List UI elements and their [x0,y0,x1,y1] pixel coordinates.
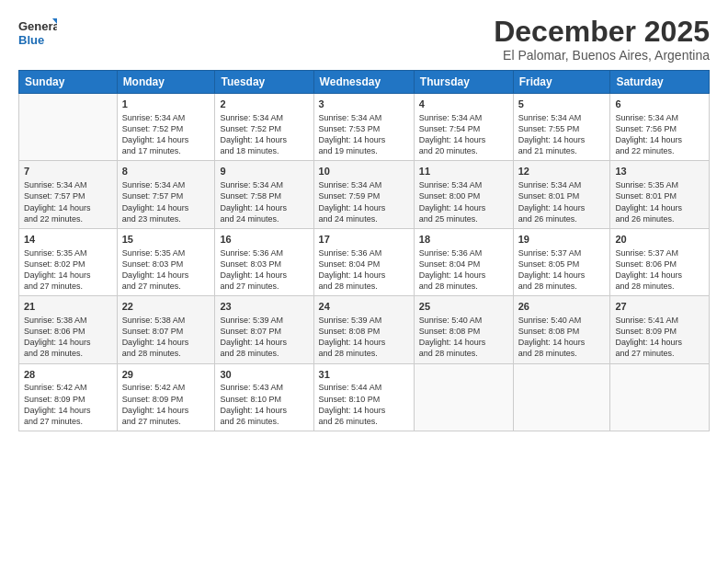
day-info: and 26 minutes. [220,416,308,427]
calendar-cell: 29Sunrise: 5:42 AMSunset: 8:09 PMDayligh… [117,363,215,431]
day-number: 8 [122,165,210,178]
day-info: Daylight: 14 hours [122,337,210,348]
day-info: Daylight: 14 hours [419,202,508,213]
day-info: Sunset: 8:04 PM [419,259,508,270]
day-info: Daylight: 14 hours [518,134,606,145]
weekday-header-saturday: Saturday [610,71,710,94]
calendar-cell: 14Sunrise: 5:35 AMSunset: 8:02 PMDayligh… [19,228,118,295]
day-info: Daylight: 14 hours [220,270,308,281]
day-info: Daylight: 14 hours [419,337,508,348]
day-info: Daylight: 14 hours [24,270,112,281]
weekday-header-tuesday: Tuesday [215,71,313,94]
day-info: Sunset: 7:52 PM [220,123,308,134]
day-info: Sunrise: 5:34 AM [319,112,409,123]
calendar-cell: 25Sunrise: 5:40 AMSunset: 8:08 PMDayligh… [414,296,513,363]
calendar-cell: 10Sunrise: 5:34 AMSunset: 7:59 PMDayligh… [313,161,414,228]
calendar-cell: 13Sunrise: 5:35 AMSunset: 8:01 PMDayligh… [610,161,710,228]
day-info: Daylight: 14 hours [319,405,409,416]
day-info: Sunrise: 5:35 AM [615,179,704,190]
day-info: Sunrise: 5:34 AM [615,112,704,123]
svg-text:General: General [18,19,57,33]
svg-text:Blue: Blue [18,33,44,47]
day-info: Sunset: 7:54 PM [419,123,508,134]
day-info: Daylight: 14 hours [220,405,308,416]
calendar-cell: 23Sunrise: 5:39 AMSunset: 8:07 PMDayligh… [215,296,313,363]
day-info: Daylight: 14 hours [518,202,606,213]
day-info: Sunrise: 5:43 AM [220,382,308,393]
day-info: Sunrise: 5:34 AM [419,112,508,123]
day-info: Sunset: 7:53 PM [319,123,409,134]
day-info: and 24 minutes. [319,213,409,224]
calendar-cell: 15Sunrise: 5:35 AMSunset: 8:03 PMDayligh… [117,228,215,295]
day-number: 13 [615,165,704,178]
day-info: Sunrise: 5:34 AM [122,179,210,190]
page-header: General Blue December 2025 El Palomar, B… [18,17,710,63]
day-info: Sunset: 8:10 PM [319,394,409,405]
day-info: Sunrise: 5:38 AM [24,315,112,326]
day-info: Sunrise: 5:39 AM [220,315,308,326]
calendar-cell: 31Sunrise: 5:44 AMSunset: 8:10 PMDayligh… [313,363,414,431]
calendar-cell: 18Sunrise: 5:36 AMSunset: 8:04 PMDayligh… [414,228,513,295]
day-info: Daylight: 14 hours [24,337,112,348]
day-number: 6 [615,98,704,111]
day-info: Daylight: 14 hours [122,202,210,213]
day-info: and 28 minutes. [319,281,409,292]
day-info: Sunrise: 5:38 AM [122,315,210,326]
calendar-week-4: 21Sunrise: 5:38 AMSunset: 8:06 PMDayligh… [19,296,710,363]
day-info: Daylight: 14 hours [615,270,704,281]
day-info: and 27 minutes. [24,281,112,292]
calendar-cell: 8Sunrise: 5:34 AMSunset: 7:57 PMDaylight… [117,161,215,228]
day-info: Daylight: 14 hours [518,270,606,281]
day-info: Sunset: 8:07 PM [122,326,210,337]
day-info: and 22 minutes. [615,145,704,156]
day-number: 7 [24,165,112,178]
day-number: 16 [220,233,308,247]
day-info: and 19 minutes. [319,145,409,156]
day-info: Daylight: 14 hours [122,405,210,416]
calendar-cell: 20Sunrise: 5:37 AMSunset: 8:06 PMDayligh… [610,228,710,295]
day-info: Sunset: 7:59 PM [319,190,409,201]
day-info: Sunrise: 5:34 AM [319,179,409,190]
logo-svg: General Blue [18,17,57,50]
day-number: 20 [615,233,704,247]
day-number: 11 [419,165,508,178]
day-info: Sunrise: 5:36 AM [220,247,308,259]
day-info: Sunrise: 5:35 AM [122,247,210,259]
day-number: 3 [319,98,409,111]
calendar-cell: 5Sunrise: 5:34 AMSunset: 7:55 PMDaylight… [513,94,610,161]
calendar-cell: 3Sunrise: 5:34 AMSunset: 7:53 PMDaylight… [313,94,414,161]
day-number: 21 [24,300,112,314]
day-info: and 23 minutes. [122,213,210,224]
day-info: Sunset: 7:55 PM [518,123,606,134]
day-info: Sunrise: 5:41 AM [615,315,704,326]
day-info: Sunset: 7:52 PM [122,123,210,134]
day-info: Daylight: 14 hours [319,270,409,281]
day-number: 26 [518,300,606,314]
day-info: Sunrise: 5:35 AM [24,247,112,259]
day-number: 23 [220,300,308,314]
day-number: 17 [319,233,409,247]
calendar-cell: 28Sunrise: 5:42 AMSunset: 8:09 PMDayligh… [19,363,118,431]
day-info: Sunset: 7:56 PM [615,123,704,134]
day-info: Sunset: 8:08 PM [518,326,606,337]
day-info: and 26 minutes. [615,213,704,224]
day-info: and 27 minutes. [122,281,210,292]
calendar-cell: 22Sunrise: 5:38 AMSunset: 8:07 PMDayligh… [117,296,215,363]
day-info: and 27 minutes. [220,281,308,292]
day-info: and 28 minutes. [122,348,210,359]
day-info: Sunset: 8:03 PM [122,259,210,270]
day-info: Daylight: 14 hours [518,337,606,348]
calendar-week-2: 7Sunrise: 5:34 AMSunset: 7:57 PMDaylight… [19,161,710,228]
day-info: Daylight: 14 hours [615,202,704,213]
day-info: Sunset: 7:57 PM [24,190,112,201]
day-info: Sunset: 8:01 PM [518,190,606,201]
day-info: Sunset: 8:09 PM [615,326,704,337]
day-info: Sunset: 8:10 PM [220,394,308,405]
logo: General Blue [18,17,57,50]
day-info: and 26 minutes. [518,213,606,224]
day-info: Sunrise: 5:44 AM [319,382,409,393]
day-info: Sunrise: 5:34 AM [518,112,606,123]
day-info: Sunset: 8:05 PM [518,259,606,270]
day-info: and 21 minutes. [518,145,606,156]
day-number: 25 [419,300,508,314]
